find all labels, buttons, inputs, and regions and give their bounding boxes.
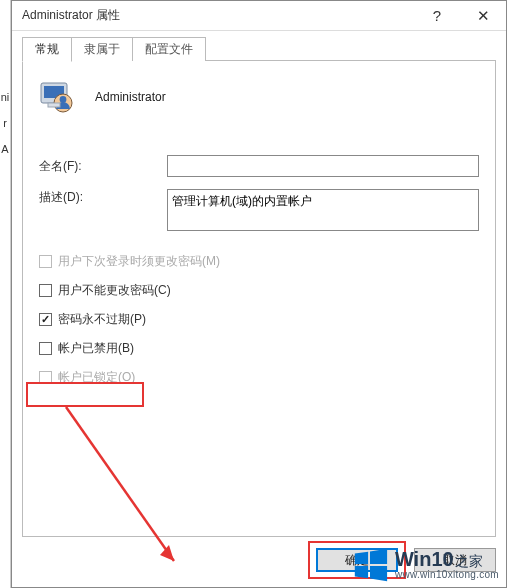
annotation-highlight-ok: 确定 xyxy=(308,541,406,579)
check-cannot-change-row: 用户不能更改密码(C) xyxy=(39,282,479,299)
check-must-change-label: 用户下次登录时须更改密码(M) xyxy=(58,253,220,270)
user-name-label: Administrator xyxy=(95,90,166,104)
tab-profile[interactable]: 配置文件 xyxy=(132,37,206,61)
user-icon xyxy=(39,79,75,115)
check-never-expires-label: 密码永不过期(P) xyxy=(58,311,146,328)
cancel-button[interactable]: 取消 xyxy=(414,548,496,572)
check-account-locked-label: 帐户已锁定(O) xyxy=(58,369,135,386)
description-input[interactable]: 管理计算机(域)的内置帐户 xyxy=(167,189,479,231)
ok-button[interactable]: 确定 xyxy=(316,548,398,572)
close-button[interactable]: ✕ xyxy=(460,1,506,31)
check-cannot-change[interactable] xyxy=(39,284,52,297)
checkbox-group: 用户下次登录时须更改密码(M) 用户不能更改密码(C) 密码永不过期(P) 帐户… xyxy=(39,253,479,386)
cropped-background-text: ni r A xyxy=(0,0,11,588)
titlebar: Administrator 属性 ? ✕ xyxy=(12,1,506,31)
user-header: Administrator xyxy=(39,79,479,115)
check-account-disabled-label: 帐户已禁用(B) xyxy=(58,340,134,357)
help-button[interactable]: ? xyxy=(414,1,460,31)
tab-panel-general: Administrator 全名(F): 描述(D): 管理计算机(域)的内置帐… xyxy=(22,60,496,537)
check-must-change xyxy=(39,255,52,268)
window-title: Administrator 属性 xyxy=(22,7,414,24)
description-row: 描述(D): 管理计算机(域)的内置帐户 xyxy=(39,189,479,231)
check-account-disabled[interactable] xyxy=(39,342,52,355)
fullname-label: 全名(F): xyxy=(39,158,167,175)
fullname-row: 全名(F): xyxy=(39,155,479,177)
tab-strip: 常规 隶属于 配置文件 xyxy=(22,39,496,61)
tab-general[interactable]: 常规 xyxy=(22,37,72,62)
properties-dialog: Administrator 属性 ? ✕ 常规 隶属于 配置文件 Adminis… xyxy=(11,0,507,588)
svg-point-3 xyxy=(60,96,67,103)
description-label: 描述(D): xyxy=(39,189,167,206)
fullname-input[interactable] xyxy=(167,155,479,177)
check-account-locked xyxy=(39,371,52,384)
check-account-locked-row: 帐户已锁定(O) xyxy=(39,369,479,386)
check-never-expires-row: 密码永不过期(P) xyxy=(39,311,479,328)
dialog-buttons: 确定 取消 xyxy=(12,543,496,577)
check-cannot-change-label: 用户不能更改密码(C) xyxy=(58,282,171,299)
check-never-expires[interactable] xyxy=(39,313,52,326)
tab-member-of[interactable]: 隶属于 xyxy=(71,37,133,61)
svg-rect-4 xyxy=(48,103,60,107)
check-account-disabled-row: 帐户已禁用(B) xyxy=(39,340,479,357)
client-area: 常规 隶属于 配置文件 Administrator 全名(F): xyxy=(12,31,506,587)
check-must-change-row: 用户下次登录时须更改密码(M) xyxy=(39,253,479,270)
